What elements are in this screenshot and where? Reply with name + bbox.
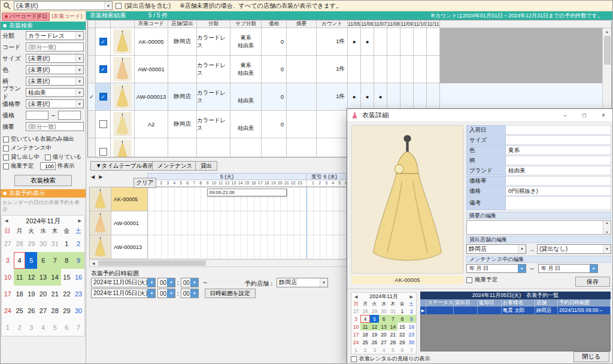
list-column-header[interactable]: ステータス [426, 299, 454, 307]
store-filter-select[interactable]: (未選択) ▼ [14, 1, 113, 10]
calendar-day[interactable]: 17 [351, 330, 360, 338]
row-checkbox[interactable]: ✓ [99, 93, 107, 101]
column-header[interactable]: 11/08 [387, 20, 400, 28]
summary-input[interactable] [26, 122, 84, 131]
row-select-marker[interactable] [88, 138, 96, 157]
row-select-marker[interactable] [88, 28, 96, 56]
reservation-store-select[interactable]: 静岡店 ▼ [277, 278, 328, 287]
calendar-day[interactable]: 7 [49, 252, 61, 269]
column-header[interactable]: 11/05 [348, 20, 361, 28]
summary-edit-textarea[interactable]: ▲▼ [466, 220, 611, 235]
column-header[interactable]: 11/09 [400, 20, 414, 28]
calendar-day[interactable]: 23 [407, 330, 416, 338]
calendar-day[interactable]: 29 [370, 307, 379, 315]
calendar-day[interactable]: 9 [72, 252, 84, 269]
chevron-left-icon[interactable]: ◀ [5, 219, 8, 223]
dialog-titlebar[interactable]: 衣装詳細 － □ × [347, 109, 613, 122]
calendar-day[interactable]: 27 [2, 235, 14, 252]
row-checkbox[interactable] [99, 120, 107, 128]
calendar-day[interactable]: 21 [389, 330, 397, 338]
maintenance-button[interactable]: メンテナンス [152, 161, 198, 171]
calendar-day[interactable]: 22 [61, 286, 73, 302]
calendar-day[interactable]: 15 [397, 323, 406, 330]
timetable-next-icon[interactable]: ▶ [99, 174, 102, 180]
row-select-marker[interactable] [88, 56, 96, 83]
calendar-day[interactable]: 1 [61, 235, 73, 252]
column-header[interactable]: 衣装コード [135, 20, 168, 28]
timetable-row-label[interactable]: AW-000013 [111, 235, 148, 259]
calendar-day[interactable]: 2 [360, 346, 369, 354]
field-value[interactable]: 黄系 [506, 145, 611, 155]
calendar-day[interactable]: 26 [25, 302, 37, 319]
include-rental-checkbox[interactable] [116, 3, 122, 9]
search-button[interactable]: 衣装検索 [14, 175, 72, 186]
column-header[interactable]: サブ分類 [230, 20, 262, 28]
column-header[interactable]: 11/06 [361, 20, 374, 28]
scrollbar-thumb[interactable] [604, 36, 611, 65]
calendar-day[interactable]: 27 [379, 338, 388, 346]
category-select[interactable]: カラードレス ▼ [26, 31, 84, 40]
calendar-day[interactable]: 29 [397, 338, 406, 346]
calendar-day[interactable]: 30 [379, 307, 388, 315]
timetable-row-label[interactable]: AW-00001 [111, 211, 148, 235]
priceband-select[interactable]: (未選択) ▼ [26, 99, 84, 108]
column-header[interactable]: 11/07 [374, 20, 387, 28]
calendar-day[interactable]: 5 [370, 315, 379, 323]
disposal-checkbox[interactable] [466, 277, 472, 283]
calendar-day[interactable]: 18 [14, 286, 26, 302]
reservation-list-row[interactable]: ▶亀貫 太郎静岡店2024/11/05 09:00～ [420, 307, 611, 314]
calendar-day[interactable]: 20 [37, 286, 49, 302]
calendar-day[interactable]: 22 [397, 330, 406, 338]
row-select-marker[interactable]: ✓ [88, 83, 96, 111]
result-row[interactable]: ✓ AW-00001カラードレス黄系桂由美01件 [88, 56, 611, 83]
calendar-day[interactable]: 25 [14, 302, 26, 319]
calendar-day[interactable]: 24 [351, 338, 360, 346]
field-value[interactable] [506, 125, 611, 135]
start-date-picker[interactable]: 2024年11月05日(火) ▼ [91, 278, 156, 287]
row-checkbox[interactable] [99, 148, 107, 156]
calendar-day[interactable]: 4 [14, 252, 26, 269]
textarea-scrollbar[interactable]: ▲▼ [603, 221, 611, 234]
field-value[interactable] [506, 196, 611, 210]
calendar-day[interactable]: 29 [61, 302, 73, 319]
column-header[interactable]: 11/11 [427, 20, 440, 28]
barcode-button[interactable]: バーコード(F1) [2, 13, 50, 21]
calendar-day[interactable]: 4 [379, 346, 388, 354]
row-checkbox[interactable]: ✓ [99, 38, 107, 46]
color-select[interactable]: (未選択) ▼ [26, 65, 84, 74]
calendar-day[interactable]: 21 [49, 286, 61, 302]
calendar-day[interactable]: 9 [407, 315, 416, 323]
calendar-day[interactable]: 14 [389, 323, 397, 330]
calendar-day[interactable]: 6 [379, 315, 388, 323]
calendar-day[interactable]: 3 [2, 252, 14, 269]
end-date-picker[interactable]: 2024年11月05日(火) ▼ [91, 289, 156, 298]
calendar-day[interactable]: 11 [14, 269, 26, 286]
column-header[interactable]: 11/10 [414, 20, 427, 28]
chevron-right-icon[interactable]: ▶ [410, 295, 413, 299]
calendar-day[interactable]: 7 [407, 346, 416, 354]
calendar-day[interactable]: 5 [25, 252, 37, 269]
field-value[interactable]: 0円(税抜き) [506, 186, 611, 196]
column-header[interactable]: カウント [317, 20, 348, 28]
calendar-day[interactable]: 25 [360, 338, 369, 346]
column-header[interactable]: 価格 [262, 20, 287, 28]
calendar-day[interactable]: 2 [72, 235, 84, 252]
save-button[interactable]: 保存 [575, 277, 610, 287]
available-only-checkbox[interactable] [3, 136, 9, 142]
calendar-day[interactable]: 31 [389, 307, 397, 315]
minimize-button[interactable]: － [556, 109, 575, 122]
calendar-day[interactable]: 31 [49, 235, 61, 252]
result-row[interactable]: ✓ AK-00005静岡店カラードレス黄系桂由美01件●● [88, 28, 611, 56]
calendar-day[interactable]: 1 [397, 307, 406, 315]
calendar-day[interactable]: 28 [49, 302, 61, 319]
disposal-plan-checkbox[interactable] [3, 163, 9, 169]
timetable-toggle-button[interactable]: ▼タイムテーブル表示 [90, 161, 159, 171]
result-row[interactable]: ✓✓ AW-000013静岡店カラードレス桂由美01件●●● [88, 83, 611, 111]
calendar-day[interactable]: 30 [37, 235, 49, 252]
list-column-header[interactable]: 予約日時範囲 [558, 299, 611, 307]
end-hour-select[interactable]: 00 ▼ [157, 289, 175, 298]
display-count-input[interactable] [40, 162, 56, 170]
timetable-day-header[interactable]: 5 (火) [148, 173, 306, 180]
column-header[interactable]: 分類 [197, 20, 230, 28]
calendar-day[interactable]: 2 [14, 319, 26, 336]
